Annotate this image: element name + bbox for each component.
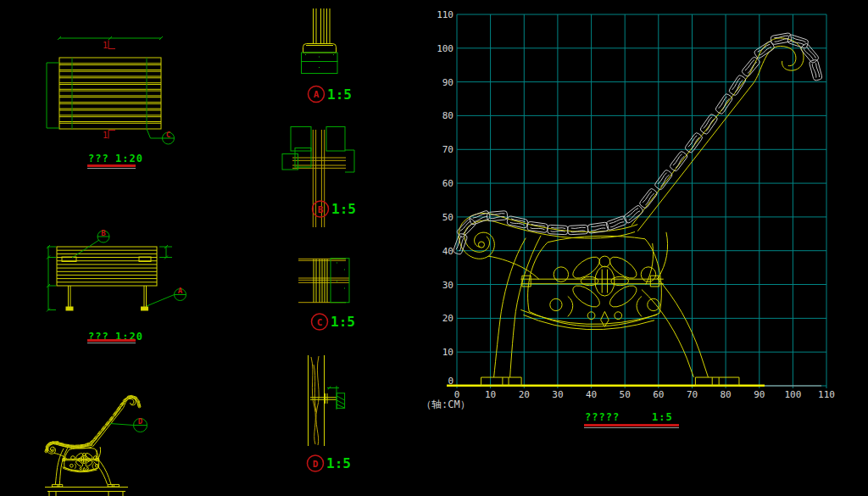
plan-view: 1 1 — [47, 36, 163, 140]
x-axis-tick-label: 80 — [720, 389, 731, 400]
y-axis-tick-label: 0 — [448, 376, 453, 387]
drawing-layer: 0102030405060708090100110010203040506070… — [0, 0, 868, 496]
bench-elevation-large — [453, 32, 822, 386]
callout-leader-line — [147, 129, 163, 138]
x-axis-tick-label: 40 — [586, 389, 597, 400]
grid-lines — [457, 14, 826, 388]
y-axis-tick-label: 60 — [442, 178, 453, 189]
x-axis-tick-label: 20 — [519, 389, 530, 400]
front-title-underline — [87, 339, 136, 343]
detail-scale-labels: A1:5B1:5C1:5D1:5 — [308, 86, 356, 472]
detail-letter: B — [318, 204, 324, 215]
callout-bubbles: CBAD — [72, 129, 186, 432]
elevation-grid — [457, 14, 826, 388]
plan-view-title: ??? — [88, 153, 109, 164]
x-axis-tick-label: 90 — [754, 389, 765, 400]
detail-a-drawing — [302, 8, 338, 74]
front-view — [47, 245, 172, 312]
y-axis-tick-label: 90 — [442, 77, 453, 88]
plan-view-scale: 1:20 — [115, 153, 143, 164]
cad-drawing-canvas: 0102030405060708090100110010203040506070… — [0, 0, 868, 496]
detail-letter: A — [314, 89, 320, 100]
elevation-title: ????? — [585, 411, 620, 423]
x-axis-tick-label: 100 — [784, 389, 801, 400]
y-axis-tick-label: 100 — [437, 43, 453, 54]
callout-leader-line — [72, 240, 99, 258]
x-axis-tick-label: 70 — [687, 389, 698, 400]
y-axis-tick-label: 40 — [442, 246, 453, 257]
elevation-scale: 1:5 — [652, 411, 673, 423]
x-axis-tick-label: 110 — [818, 389, 835, 400]
callout-letter: D — [138, 417, 143, 426]
detail-d-drawing — [309, 355, 345, 446]
section-mark-bottom: 1 — [103, 131, 108, 140]
y-axis-tick-label: 10 — [442, 347, 453, 358]
y-axis-tick-label: 20 — [442, 313, 453, 324]
x-axis-tick-label: 50 — [620, 389, 631, 400]
callout-letter: C — [166, 131, 170, 139]
detail-scale-label: 1:5 — [326, 455, 351, 471]
x-axis-tick-label: 10 — [485, 389, 496, 400]
elevation-title-underline — [584, 424, 679, 428]
plan-title-underline — [87, 164, 136, 169]
x-axis-tick-label: 30 — [552, 389, 563, 400]
callout-letter: B — [101, 229, 106, 237]
callout-leader-line — [147, 295, 175, 307]
y-axis-tick-label: 70 — [442, 144, 453, 155]
detail-letter: C — [317, 317, 323, 328]
detail-c-drawing — [298, 259, 349, 303]
detail-scale-label: 1:5 — [327, 86, 352, 103]
detail-letter: D — [313, 459, 319, 470]
callout-letter: A — [178, 287, 183, 295]
pedestal — [45, 488, 128, 496]
y-axis-tick-label: 30 — [442, 280, 453, 291]
axis-unit-label: （轴:CM） — [421, 398, 470, 412]
side-view-small — [45, 395, 141, 496]
section-mark-top: 1 — [103, 41, 108, 50]
y-axis-tick-label: 80 — [442, 110, 453, 121]
detail-scale-label: 1:5 — [331, 201, 356, 217]
y-axis-tick-label: 50 — [442, 212, 453, 223]
callout-leader-line — [110, 424, 134, 426]
detail-scale-label: 1:5 — [331, 314, 355, 330]
axis-labels: 0102030405060708090100110010203040506070… — [437, 9, 835, 400]
y-axis-tick-label: 110 — [437, 9, 453, 20]
x-axis-tick-label: 60 — [653, 389, 664, 400]
